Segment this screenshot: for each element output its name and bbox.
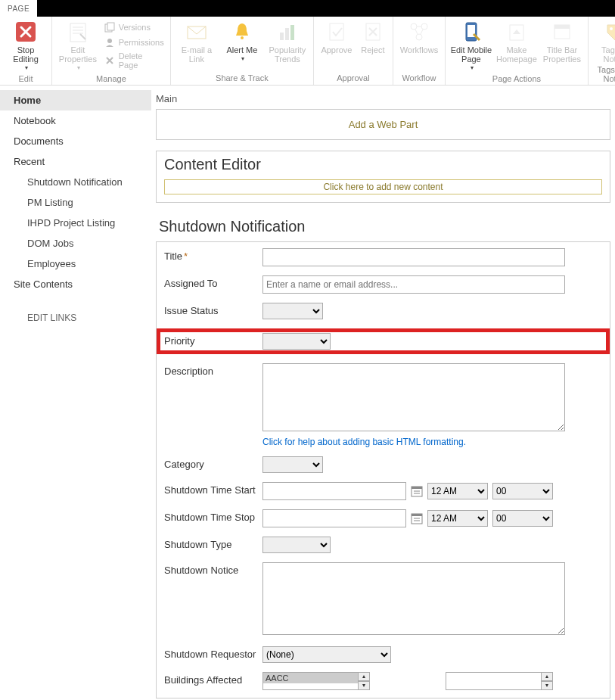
category-label: Category [164, 456, 262, 470]
title-label: Title* [164, 248, 262, 262]
email-link-button[interactable]: E-mail a Link [174, 18, 219, 64]
title-input[interactable] [262, 248, 565, 266]
tags-notes-label: Tags & Notes [593, 45, 615, 64]
ribbon-group-page-actions: Edit Mobile Page ▾ Make Homepage Title B… [446, 17, 589, 85]
sidebar-item-recent[interactable]: Recent [0, 151, 151, 172]
priority-select[interactable] [262, 333, 331, 350]
calendar-icon[interactable] [411, 485, 423, 497]
sidebar-item-ihpd-project-listing[interactable]: IHPD Project Listing [0, 213, 151, 233]
svg-rect-22 [554, 25, 570, 29]
svg-rect-11 [285, 28, 289, 40]
versions-label: Versions [119, 23, 151, 32]
make-homepage-button[interactable]: Make Homepage [494, 18, 539, 64]
title-bar-properties-label: Title Bar Properties [541, 45, 583, 64]
bell-icon [230, 20, 254, 44]
shutdown-type-select[interactable] [262, 537, 331, 553]
shutdown-requestor-select[interactable]: (None) [262, 646, 391, 663]
time-start-label: Shutdown Time Start [164, 482, 262, 496]
reject-icon [361, 20, 385, 44]
title-bar-properties-button[interactable]: Title Bar Properties [539, 18, 585, 64]
svg-point-15 [411, 23, 417, 30]
sidebar-item-documents[interactable]: Documents [0, 131, 151, 151]
ribbon-group-manage: Edit Properties ▾ Versions Permissions D… [52, 17, 171, 85]
time-start-date-input[interactable] [262, 482, 406, 500]
content-editor-add-button[interactable]: Click here to add new content [164, 179, 602, 194]
alert-me-button[interactable]: Alert Me ▾ [219, 18, 265, 64]
assigned-to-label: Assigned To [164, 275, 262, 289]
ribbon-group-share-track-label: Share & Track [174, 72, 310, 85]
add-web-part-button[interactable]: Add a Web Part [156, 109, 610, 140]
priority-highlight: Priority [157, 328, 610, 354]
delete-icon [104, 54, 116, 67]
sidebar-item-site-contents[interactable]: Site Contents [0, 274, 151, 294]
shutdown-requestor-label: Shutdown Requestor [164, 646, 262, 660]
close-icon [14, 20, 38, 44]
ribbon-group-approval: Approve Reject Approval [314, 17, 393, 85]
stop-editing-label: Stop Editing [5, 45, 47, 64]
sidebar-item-pm-listing[interactable]: PM Listing [0, 192, 151, 213]
scroll-up-icon[interactable]: ▴ [541, 673, 552, 681]
time-start-hour-select[interactable]: 12 AM [427, 483, 488, 499]
svg-rect-10 [280, 33, 284, 40]
category-select[interactable] [262, 456, 323, 473]
time-start-minute-select[interactable]: 00 [492, 483, 553, 499]
titlebar-icon [550, 20, 574, 44]
chevron-down-icon: ▾ [471, 64, 474, 73]
chart-icon [275, 20, 300, 44]
scroll-up-icon[interactable]: ▴ [358, 673, 369, 681]
permissions-button[interactable]: Permissions [101, 35, 167, 50]
tags-notes-button[interactable]: Tags & Notes [592, 18, 615, 64]
ribbon-group-page-actions-label: Page Actions [449, 73, 585, 86]
description-textarea[interactable] [262, 363, 565, 431]
ribbon-group-manage-label: Manage [55, 73, 167, 86]
ribbon: Stop Editing ▾ Edit Edit Properties ▾ Ve… [0, 17, 615, 86]
sidebar-item-notebook[interactable]: Notebook [0, 110, 151, 131]
sidebar-item-shutdown-notification[interactable]: Shutdown Notification [0, 172, 151, 192]
time-stop-minute-select[interactable]: 00 [492, 510, 553, 527]
delete-page-label: Delete Page [119, 51, 164, 70]
mobile-edit-icon [459, 20, 483, 44]
description-help-link[interactable]: Click for help about adding basic HTML f… [262, 437, 602, 447]
edit-mobile-page-button[interactable]: Edit Mobile Page ▾ [449, 18, 494, 73]
popularity-trends-button[interactable]: Popularity Trends [265, 18, 310, 64]
content-editor-title: Content Editor [157, 151, 610, 179]
svg-rect-6 [107, 23, 114, 30]
content-editor-panel: Content Editor Click here to add new con… [156, 151, 610, 203]
time-stop-date-input[interactable] [262, 509, 406, 527]
sidebar-item-dom-jobs[interactable]: DOM Jobs [0, 233, 151, 254]
stop-editing-button[interactable]: Stop Editing ▾ [3, 18, 48, 73]
edit-links-button[interactable]: EDIT LINKS [0, 313, 151, 323]
delete-page-button[interactable]: Delete Page [101, 50, 167, 71]
svg-point-23 [610, 27, 613, 30]
form-title: Shutdown Notification [156, 213, 610, 241]
sidebar-item-employees[interactable]: Employees [0, 254, 151, 274]
scroll-down-icon[interactable]: ▾ [358, 681, 369, 689]
ribbon-group-approval-label: Approval [317, 72, 390, 85]
make-homepage-label: Make Homepage [495, 45, 538, 64]
reject-button[interactable]: Reject [356, 18, 390, 54]
scroll-down-icon[interactable]: ▾ [541, 681, 552, 689]
svg-rect-29 [412, 514, 422, 516]
person-icon [104, 36, 116, 48]
sidebar-item-home[interactable]: Home [0, 90, 151, 110]
svg-point-7 [107, 39, 112, 43]
versions-button[interactable]: Versions [101, 20, 167, 35]
envelope-icon [185, 20, 209, 44]
assigned-to-input[interactable] [262, 275, 565, 294]
buildings-affected-label: Buildings Affected [164, 672, 262, 686]
page-tab[interactable]: PAGE [0, 0, 37, 17]
shutdown-notice-label: Shutdown Notice [164, 562, 262, 576]
calendar-icon[interactable] [411, 512, 423, 524]
approve-button[interactable]: Approve [317, 18, 356, 54]
time-stop-hour-select[interactable]: 12 AM [427, 510, 488, 527]
description-label: Description [164, 363, 262, 377]
shutdown-notice-textarea[interactable] [262, 562, 565, 635]
buildings-option[interactable]: AACC [263, 673, 369, 683]
workflows-button[interactable]: Workflows [396, 18, 442, 54]
buildings-selected-list[interactable]: ▴ ▾ [446, 672, 553, 690]
buildings-available-list[interactable]: AACC ▴ ▾ [262, 672, 370, 690]
approve-label: Approve [321, 45, 352, 54]
shutdown-notification-panel: Shutdown Notification Title* Assigned To… [156, 213, 610, 698]
edit-properties-button[interactable]: Edit Properties ▾ [55, 18, 101, 73]
issue-status-select[interactable] [262, 303, 323, 319]
